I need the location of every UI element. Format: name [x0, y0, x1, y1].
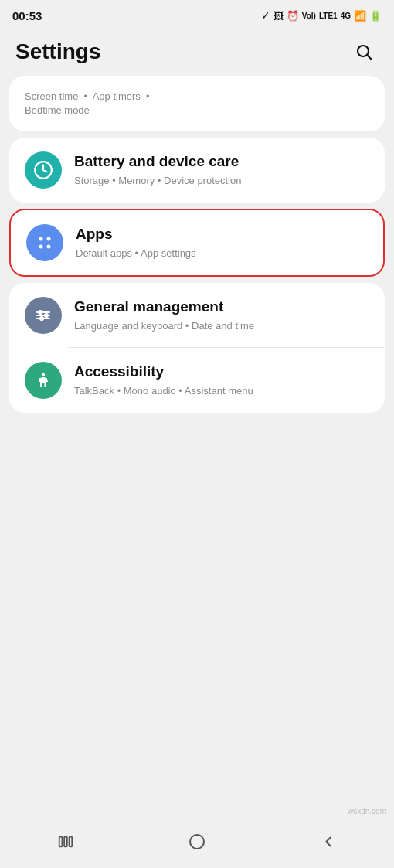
accessibility-text: Accessibility TalkBack • Mono audio • As… — [74, 363, 369, 398]
battery-title: Battery and device care — [74, 152, 369, 172]
svg-point-10 — [45, 314, 48, 317]
back-button[interactable] — [309, 826, 348, 857]
general-icon-circle — [25, 297, 62, 334]
battery-device-icon — [33, 160, 53, 180]
screen-time-card[interactable]: Screen time • App timers • Bedtime mode — [9, 76, 385, 131]
svg-rect-16 — [70, 837, 73, 847]
signal-icon: 📶 — [354, 10, 366, 22]
accessibility-icon-circle — [25, 362, 62, 399]
svg-rect-17 — [190, 835, 204, 849]
apps-text: Apps Default apps • App settings — [76, 225, 368, 260]
4g-label: 4G — [341, 12, 351, 20]
svg-point-4 — [39, 245, 43, 249]
apps-item[interactable]: Apps Default apps • App settings — [11, 210, 383, 275]
general-text: General management Language and keyboard… — [74, 298, 369, 333]
status-bar: 00:53 ✓ 🖼 ⏰ Vol) LTE1 4G 📶 🔋 — [0, 0, 394, 31]
screen-time-subtitle: Screen time • App timers • — [25, 90, 369, 104]
battery-text: Battery and device care Storage • Memory… — [74, 152, 369, 188]
svg-point-11 — [40, 317, 43, 320]
accessibility-title: Accessibility — [74, 363, 369, 382]
general-item[interactable]: General management Language and keyboard… — [9, 283, 385, 348]
settings-list: Screen time • App timers • Bedtime mode … — [0, 76, 394, 413]
accessibility-subtitle: TalkBack • Mono audio • Assistant menu — [74, 384, 369, 398]
alarm-icon: ⏰ — [287, 10, 299, 22]
search-icon — [355, 43, 373, 61]
battery-icon: 🔋 — [369, 10, 382, 22]
lte-label: LTE1 — [319, 12, 338, 20]
apps-grid-icon — [36, 233, 54, 252]
screen-time-item[interactable]: Screen time • App timers • Bedtime mode — [9, 76, 385, 131]
page-title: Settings — [15, 39, 100, 64]
status-icons: ✓ 🖼 ⏰ Vol) LTE1 4G 📶 🔋 — [261, 9, 382, 22]
home-icon — [188, 832, 206, 851]
screen-time-text: Screen time • App timers • Bedtime mode — [25, 90, 369, 117]
apps-icon-circle — [26, 224, 63, 261]
general-title: General management — [74, 298, 369, 317]
svg-rect-15 — [64, 837, 67, 847]
accessibility-person-icon — [34, 371, 53, 390]
screen-time-subtitle2: Bedtime mode — [25, 104, 369, 117]
home-button[interactable] — [178, 826, 216, 857]
recent-apps-button[interactable] — [46, 826, 85, 857]
svg-point-5 — [47, 245, 51, 249]
recent-icon — [57, 833, 74, 850]
battery-subtitle: Storage • Memory • Device protection — [74, 174, 369, 188]
vol-label: Vol) — [302, 12, 316, 20]
svg-rect-14 — [59, 837, 63, 847]
battery-item[interactable]: Battery and device care Storage • Memory… — [9, 138, 385, 203]
apps-title: Apps — [76, 225, 368, 244]
battery-icon-circle — [25, 151, 62, 189]
general-subtitle: Language and keyboard • Date and time — [74, 319, 369, 333]
accessibility-item[interactable]: Accessibility TalkBack • Mono audio • As… — [9, 348, 385, 413]
check-icon: ✓ — [261, 9, 270, 22]
image-icon: 🖼 — [273, 10, 284, 22]
svg-point-9 — [39, 311, 42, 314]
svg-point-2 — [39, 237, 43, 241]
back-icon — [320, 833, 337, 850]
search-button[interactable] — [349, 37, 379, 66]
app-header: Settings — [0, 31, 394, 76]
svg-line-1 — [368, 56, 372, 60]
apps-subtitle: Default apps • App settings — [76, 247, 368, 260]
navigation-bar — [0, 822, 394, 868]
status-time: 00:53 — [12, 9, 42, 22]
watermark: wsxdn.com — [348, 807, 386, 815]
general-sliders-icon — [34, 306, 53, 325]
apps-card[interactable]: Apps Default apps • App settings — [9, 209, 385, 277]
svg-point-3 — [47, 237, 51, 241]
battery-card[interactable]: Battery and device care Storage • Memory… — [9, 138, 385, 203]
general-accessibility-card: General management Language and keyboard… — [9, 283, 385, 413]
svg-point-12 — [42, 373, 45, 376]
